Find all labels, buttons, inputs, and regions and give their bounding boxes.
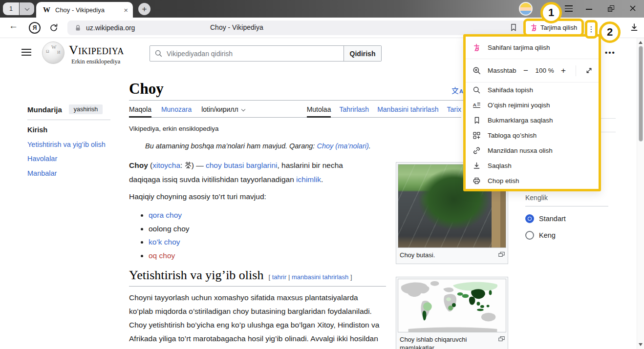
site-subtitle: Vikipediya, erkin ensiklopediya [129, 125, 219, 132]
toc-item-kirish[interactable]: Kirish [27, 126, 115, 134]
tab-tarix[interactable]: Tarix [447, 105, 461, 117]
radio-selected-icon[interactable] [525, 214, 534, 223]
browser-dropdown-menu: Sahifani tarjima qilish Masshtab − 100 %… [463, 34, 601, 191]
back-arrow-icon: ← [9, 21, 18, 31]
menu-item-copy-url[interactable]: Manzildan nusxa olish [466, 143, 599, 158]
menu-item-zoom: Masshtab − 100 % + [466, 59, 599, 82]
toc-item-havolalar[interactable]: Havolalar [27, 155, 115, 163]
menu-item-find-on-page[interactable]: Sahifada topish [466, 82, 599, 98]
toc-hide-button[interactable]: yashirish [69, 104, 103, 114]
oolong-choy-text: oolong choy [149, 225, 190, 233]
zoom-label: Masshtab [488, 67, 516, 74]
xitoycha-link[interactable]: xitoycha [152, 161, 180, 169]
scroll-up-arrow-icon[interactable] [639, 41, 643, 44]
tab-close-icon[interactable]: × [124, 6, 128, 14]
edit-section-link[interactable]: tahrir [272, 273, 287, 281]
zoom-in-icon [472, 66, 481, 75]
edit-source-link[interactable]: manbasini tahrirlash [292, 273, 348, 281]
width-option-wide[interactable]: Keng [525, 231, 608, 240]
search-button[interactable]: Qidirish [343, 46, 381, 61]
scroll-down-arrow-icon[interactable] [639, 343, 643, 346]
ichimlik-link[interactable]: ichimlik [296, 175, 321, 184]
tab-list-dropdown-button[interactable] [20, 2, 34, 15]
window-restore-button[interactable] [608, 5, 614, 12]
close-icon [629, 4, 637, 12]
wikipedia-wordmark[interactable]: Vikipediya [69, 43, 124, 58]
download-icon [629, 22, 639, 32]
tab-tahrirlash[interactable]: Tahrirlash [339, 105, 369, 117]
hatnote: Bu atamaning boshqa ma’nolari ham mavjud… [145, 142, 371, 150]
menu-item-reading-mode[interactable]: A O’qish rejimini yoqish [466, 98, 599, 113]
menu-item-label: Sahifada topish [488, 86, 533, 94]
hiragana-a-icon [530, 23, 537, 32]
tab-maqola[interactable]: Maqola [129, 105, 151, 117]
address-bar[interactable]: uz.wikipedia.org [67, 21, 586, 35]
menu-item-save-page[interactable]: Saqlash [466, 158, 599, 173]
page-scrollbar[interactable] [637, 38, 644, 349]
yandex-home-button[interactable]: Я [29, 22, 41, 34]
tab-counter-button[interactable]: 1 [3, 2, 19, 15]
table-of-contents: Mundarija yashirish Kirish Yetishtirish … [27, 104, 115, 184]
language-icon[interactable]: A [451, 87, 463, 94]
lock-icon [74, 24, 82, 32]
refresh-button[interactable] [49, 23, 59, 33]
list-item: oq choy [149, 249, 190, 263]
width-option-standard[interactable]: Standart [525, 214, 608, 223]
article-tabs: Maqola Munozara lotin/кирилл Mutolaa Tah… [129, 103, 461, 118]
scrollbar-thumb[interactable] [639, 46, 643, 142]
bookmark-button[interactable] [509, 23, 518, 32]
menu-item-label: Chop etish [488, 177, 519, 185]
annotation-step-2: 2 [599, 21, 621, 43]
zoom-in-button[interactable]: + [560, 66, 567, 76]
svg-text:A: A [473, 102, 476, 107]
tab-munozara[interactable]: Munozara [161, 105, 192, 117]
menu-item-print[interactable]: Chop etish [466, 173, 599, 188]
browser-menu-button[interactable] [565, 5, 573, 12]
yandex-logo-letter: Я [33, 24, 37, 31]
kok-choy-link[interactable]: ko’k choy [149, 238, 180, 246]
browser-tab[interactable]: W Choy - Vikipediya × [36, 2, 133, 18]
section-heading-block: Yetishtirish va yig’ib olish[ tahrir | m… [129, 268, 386, 287]
toc-item-manbalar[interactable]: Manbalar [27, 169, 115, 177]
figure-producing-countries-map[interactable]: Choy ishlab chiqaruvchi mamlakatlar [396, 277, 508, 349]
menu-item-save-bookmark[interactable]: Bukmarklarga saqlash [466, 113, 599, 128]
qora-choy-link[interactable]: qora choy [149, 211, 182, 219]
download-icon [472, 161, 481, 170]
list-item: qora choy [149, 208, 190, 222]
more-tools-ellipsis[interactable]: ••• [605, 48, 616, 57]
back-button[interactable]: ← [9, 21, 18, 31]
menu-item-label: Bukmarklarga saqlash [488, 117, 553, 124]
oq-choy-redlink[interactable]: oq choy [149, 251, 175, 260]
choy-butasi-link[interactable]: choy butasi barglarini [206, 161, 277, 169]
tab-mutolaa[interactable]: Mutolaa [307, 105, 331, 117]
wiki-main-menu-button[interactable] [21, 49, 31, 56]
menu-item-label: Manzildan nusxa olish [488, 147, 553, 154]
browser-window: 1 W Choy - Vikipediya × + ← Я uz.wikiped… [0, 0, 644, 349]
more-menu-button[interactable]: ⋮ [587, 22, 595, 36]
disambiguation-link[interactable]: Choy (ma’nolari) [317, 142, 368, 150]
tab-count: 1 [9, 5, 13, 12]
menu-item-label: Tabloga qo’shish [488, 132, 537, 139]
fullscreen-button[interactable] [584, 66, 594, 75]
magnify-icon[interactable] [498, 251, 505, 257]
profile-avatar[interactable] [519, 2, 533, 16]
window-close-button[interactable] [629, 4, 637, 12]
toc-item-yetishtirish[interactable]: Yetishtirish va yig’ib olish [27, 141, 115, 148]
tea-map-image[interactable] [398, 279, 506, 332]
new-tab-button[interactable]: + [138, 3, 150, 15]
window-minimize-button[interactable] [586, 9, 592, 10]
menu-item-translate-page[interactable]: Sahifani tarjima qilish [466, 37, 599, 59]
zoom-out-button[interactable]: − [523, 66, 529, 76]
radio-unselected-icon[interactable] [525, 231, 534, 240]
search-icon [472, 85, 481, 95]
tab-manbasini-tahrirlash[interactable]: Manbasini tahrirlash [377, 105, 438, 117]
magnify-icon[interactable] [498, 336, 505, 342]
plus-icon: + [142, 4, 147, 14]
list-item: oolong choy [149, 222, 190, 236]
downloads-button[interactable] [629, 22, 639, 32]
menu-item-add-to-tablo[interactable]: Tabloga qo’shish [466, 128, 599, 143]
wikipedia-globe-logo[interactable]: WΩИ [42, 41, 64, 64]
tab-lotin-kirill[interactable]: lotin/кирилл [201, 105, 244, 117]
search-input[interactable] [167, 46, 343, 61]
chevron-down-icon [24, 6, 29, 11]
